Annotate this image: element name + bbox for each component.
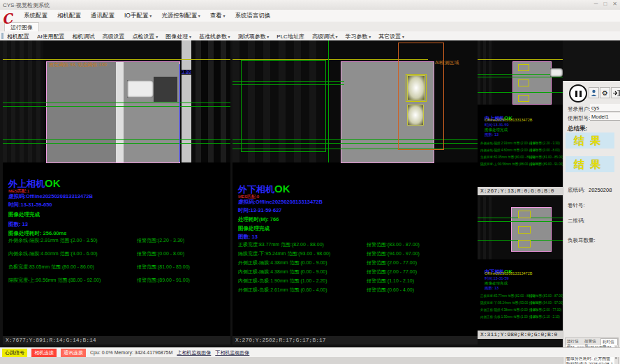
roi-box-green (241, 60, 326, 152)
tool-camera-debug[interactable]: 相机调试 (73, 33, 95, 40)
capture-time: 时间:13-31-59-627 (238, 207, 282, 214)
status-line: 图像处理完成 (485, 128, 508, 132)
marker-box-yellow (406, 74, 427, 102)
window-title: CYS-视觉检测系统 (3, 1, 50, 9)
camera-image-outer-lower[interactable]: AI检测区域 (232, 40, 478, 162)
menu-comm-config[interactable]: 通讯配置 (91, 12, 115, 20)
camera-view-outer-lower[interactable]: AI检测区域 外下相机OK MES匹配:0 虚拟码:Offline2025020… (232, 40, 478, 344)
marker-box-yellow (518, 226, 531, 234)
login-user-label: 登录用户: (568, 106, 590, 113)
pixel-coords-readout: X:270;Y:2502;R:17;G:17;B:17 (232, 336, 478, 344)
camera-view-inner-upper[interactable]: 内上相机OK Offline2025020813313472B 时间:13-31… (478, 40, 563, 195)
measurement-row: 外侧正极-负极:2.61mm 范围:(0.60 - 4.00)报警范围:(0.6… (232, 287, 478, 294)
application-window: CYS-视觉检测系统 ─ □ ✕ C 系统配置 相机配置 通讯配置 IO手配置 … (0, 0, 620, 364)
app-logo: C (1, 9, 21, 29)
marker-box-yellow (518, 211, 531, 218)
measurement-row: 外侧余线-隔膜:2.91mm 范围:(2.00 - 3.50)报警范围:(2.2… (3, 237, 230, 244)
frame-count: 图数: 13 (238, 234, 258, 241)
pause-button[interactable] (569, 84, 587, 103)
maximize-icon[interactable]: □ (603, 1, 607, 7)
measure-value: 内侧正极-负极:1.90mm 范围:(1.00 - 2.20) (238, 278, 327, 285)
base-code-label: 底纸码: (568, 187, 585, 194)
tool-plc-address[interactable]: PLC地址库 (276, 33, 304, 40)
tool-camera-config[interactable]: 相机配置 (7, 33, 29, 40)
login-user-field[interactable] (590, 104, 620, 112)
measure-value: 外侧正极-隔膜:4.38mm 范围:(0.00 - 9.00) (238, 259, 327, 266)
tool-advanced-settings[interactable]: 高级设置 (103, 33, 125, 40)
tool-spot-check[interactable]: 点检设置 (133, 33, 158, 40)
title-bar: CYS-视觉检测系统 ─ □ ✕ (0, 0, 620, 10)
alarm-range: 报警范围:(0.60 - 4.00) (367, 287, 414, 294)
alarm-range: 报警范围:(2.00 - 77.00) (367, 268, 417, 275)
menu-camera-config[interactable]: 相机配置 (57, 12, 81, 20)
measure-value: 负极宽度:83.05mm 范围:(80.00 - 86.00) (480, 156, 536, 159)
window-controls: ─ □ ✕ (594, 1, 617, 7)
threshold-label: 固定阈值:93, 动态阈值:100 (49, 61, 107, 68)
main-view-area: 固定阈值:93, 动态阈值:100 3.88 外上相机OK MES匹配:1 虚拟… (0, 40, 620, 347)
pause-icon (575, 91, 577, 97)
measure-value: 外侧正极-负极:2.61mm 范围:(0.60 - 4.00) (238, 287, 327, 294)
close-icon[interactable]: ✕ (612, 1, 617, 7)
alarm-range: 报警范围:(89.00 - 91.00) (137, 277, 190, 284)
frame-line: 图数: 13 (485, 286, 499, 291)
machine-band (478, 40, 494, 105)
shadow-patch (154, 77, 177, 102)
measurement-row: 隔膜宽度-上:90.56mm 范围:(88.00 - 92.00)报警范围:(8… (478, 162, 563, 169)
exit-button[interactable] (611, 87, 620, 98)
model-field[interactable] (590, 113, 620, 121)
heartbeat-status-badge: 心跳信号 (2, 349, 27, 357)
alarm-range: 报警范围:(2.20 - 3.30) (529, 142, 560, 145)
alarm-range: 报警范围:(1.10 - 2.10) (529, 315, 560, 319)
measure-line-green (232, 81, 344, 82)
camera-image-inner-lower[interactable] (478, 197, 563, 259)
measurement-row: 内侧余线-隔膜:4.60mm 范围:(3.00 - 6.00)报警范围:(0.0… (478, 149, 563, 156)
measure-line-green (478, 77, 563, 77)
log-tab-run[interactable]: 运行信息 (566, 338, 582, 345)
process-status: 图像处理完成 (238, 225, 270, 232)
tool-baseline-params[interactable]: 基准线参数 (199, 33, 230, 40)
pause-icon (580, 91, 582, 97)
tab-strip (0, 22, 620, 32)
tool-image-processing[interactable]: 图像处理 (165, 33, 191, 40)
menu-view[interactable]: 查看 (210, 12, 226, 20)
measure-line-green (3, 143, 230, 144)
user-icon (591, 89, 597, 96)
camera-image-outer-upper[interactable]: 固定阈值:93, 动态阈值:100 3.88 (3, 40, 230, 162)
measurement-row: 内侧正极-负极:1.90mm 范围:(1.00 - 2.20)报警范围:(1.1… (232, 278, 478, 285)
measure-value: 隔膜宽度-上:90.56mm 范围:(88.00 - 92.00) (8, 277, 101, 284)
camera-view-outer-upper[interactable]: 固定阈值:93, 动态阈值:100 3.88 外上相机OK MES匹配:1 虚拟… (3, 40, 230, 344)
tool-advanced-debug[interactable]: 高级调试 (312, 33, 338, 40)
alarm-range: 报警范围:(94.00 - 97.00) (367, 250, 420, 257)
tool-learn-params[interactable]: 学习参数 (346, 33, 371, 40)
user-login-button[interactable] (589, 87, 599, 98)
frame-line: 图数: 13 (485, 132, 499, 137)
measurement-row: 负极宽度:83.05mm 范围:(80.00 - 86.00)报警范围:(81.… (3, 264, 230, 271)
minimize-icon[interactable]: ─ (594, 1, 598, 7)
camera-image-inner-upper[interactable] (478, 40, 563, 105)
settings-button[interactable]: ⚙ (600, 87, 610, 98)
tool-other-settings[interactable]: 其它设置 (378, 33, 404, 40)
alarm-range: 报警范围:(2.00 - 77.00) (529, 308, 561, 312)
menu-system-config[interactable]: 系统配置 (24, 12, 47, 20)
alarm-range: 报警范围:(2.20 - 3.30) (137, 237, 184, 244)
log-tab-timing[interactable]: 耗时信息 (600, 338, 618, 345)
measurement-row: 外侧余线-隔膜:2.91mm 范围:(2.00 - 3.50)报警范围:(2.2… (478, 142, 563, 149)
measure-line-green (478, 92, 563, 93)
menu-light-config[interactable]: 光源控制配置 (161, 12, 200, 20)
lower-camera-monitor-link[interactable]: 下相机监视图像 (215, 349, 249, 356)
alarm-range: 报警范围:(0.00 - 8.00) (137, 250, 184, 257)
upper-camera-monitor-link[interactable]: 上相机监视图像 (177, 349, 211, 356)
camera-connection-badge: 相机连接 (31, 349, 57, 357)
base-code-value: 20250208 (589, 187, 612, 193)
menu-language-switch[interactable]: 系统语言切换 (235, 12, 271, 20)
tool-ai-config[interactable]: AI使用配置 (37, 33, 65, 40)
tool-test-params[interactable]: 测试项参数 (238, 33, 270, 40)
log-tab-alarm[interactable]: 报警信息 (583, 338, 599, 345)
menu-io-config[interactable]: IO手配置 (124, 12, 152, 20)
cpu-memory-readout: Cpu: 0.0% Memory: 3424.41796875M (90, 350, 172, 355)
marker-box-yellow (518, 240, 531, 248)
capture-time: 时间:13-31-59-650 (8, 202, 52, 208)
alarm-range: 报警范围:(1.10 - 2.10) (367, 278, 414, 285)
model-label: 使用型号: (568, 115, 590, 122)
camera-view-inner-lower[interactable]: 内下相机OK Offline2025020813313472B 时间:13-31… (478, 197, 563, 339)
